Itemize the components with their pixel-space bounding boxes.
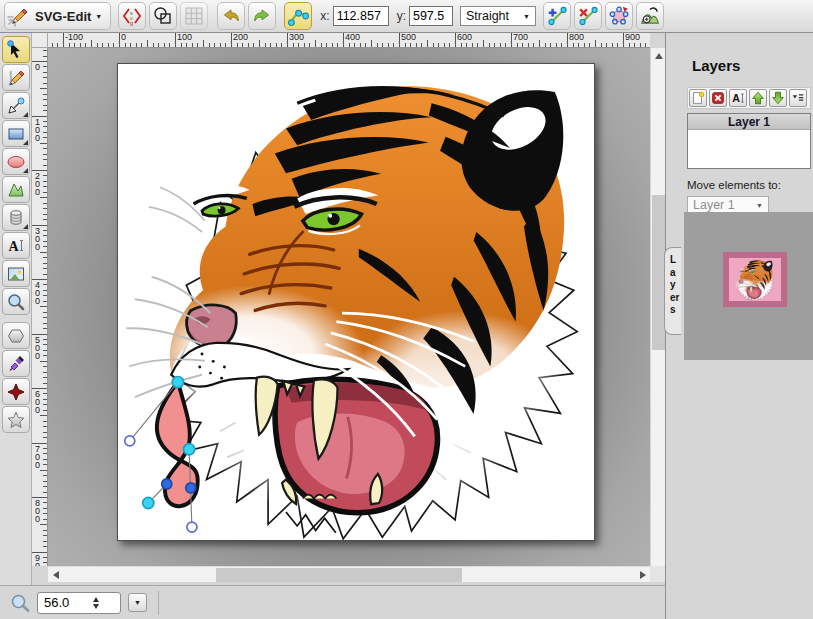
tool-pencil[interactable]	[2, 64, 30, 91]
layer-menu-button[interactable]	[789, 89, 807, 107]
zoom-preset-dropdown[interactable]: ▼	[128, 593, 147, 612]
ruler-tick	[489, 43, 490, 47]
tool-text[interactable]: A	[2, 232, 30, 259]
tool-zoom[interactable]	[2, 288, 30, 315]
vertical-scrollbar[interactable]	[650, 48, 665, 582]
ruler-tick	[43, 186, 47, 187]
undo-button[interactable]	[217, 2, 245, 30]
magnifier-icon	[6, 292, 26, 312]
main-menu-label: SVG-Edit	[35, 9, 91, 24]
ruler-tick	[253, 43, 254, 47]
vertical-ruler: 0100200300400500600700800900	[32, 48, 48, 566]
ruler-tick	[85, 43, 86, 47]
move-layer-down-button[interactable]	[769, 89, 787, 107]
scroll-up-button[interactable]	[651, 48, 666, 63]
ruler-tick	[360, 43, 361, 47]
import-clipart-button[interactable]	[636, 2, 664, 30]
ruler-tick	[298, 43, 299, 47]
ruler-tick	[43, 72, 47, 73]
flyout-indicator	[23, 112, 28, 117]
redo-button[interactable]	[248, 2, 276, 30]
y-input[interactable]	[409, 6, 453, 26]
grid-button[interactable]	[180, 2, 208, 30]
ruler-tick	[382, 43, 383, 47]
tool-shape-library[interactable]	[2, 204, 30, 231]
tool-star4[interactable]	[2, 378, 30, 405]
make-polygon-button[interactable]	[605, 2, 633, 30]
delete-node-button[interactable]	[574, 2, 602, 30]
ruler-tick	[40, 524, 47, 525]
tool-rectangle[interactable]	[2, 120, 30, 147]
tool-image[interactable]	[2, 260, 30, 287]
svg-text:g: g	[130, 20, 133, 26]
ruler-tick	[220, 43, 221, 47]
x-input[interactable]	[333, 6, 389, 26]
tool-path[interactable]	[2, 176, 30, 203]
ruler-tick	[43, 246, 47, 247]
scroll-right-button[interactable]	[635, 567, 650, 582]
chevron-down-icon: ▼	[756, 202, 763, 209]
ruler-tick	[595, 40, 596, 47]
layer-preview-area	[684, 212, 813, 360]
ruler-tick	[533, 43, 534, 47]
ruler-tick	[43, 513, 47, 514]
tool-star5[interactable]	[2, 406, 30, 433]
move-layer-up-button[interactable]	[749, 89, 767, 107]
svg-canvas[interactable]	[117, 63, 595, 541]
ruler-tick	[483, 40, 484, 47]
source-code-button[interactable]: s v g	[118, 2, 146, 30]
ruler-tick	[97, 43, 98, 47]
ruler-tick	[365, 43, 366, 47]
ruler-label: 800	[569, 33, 584, 42]
ruler-tick	[43, 126, 47, 127]
ruler-label: 600	[457, 33, 472, 42]
ruler-tick	[43, 284, 47, 285]
flyout-indicator	[23, 168, 28, 173]
layer-thumbnail[interactable]	[723, 252, 787, 307]
tool-polygon[interactable]	[2, 322, 30, 349]
ruler-tick	[43, 475, 47, 476]
ruler-tick	[43, 312, 47, 313]
zoom-input[interactable]	[38, 594, 92, 611]
delete-layer-button[interactable]	[709, 89, 727, 107]
wireframe-button[interactable]	[149, 2, 177, 30]
ruler-tick	[169, 43, 170, 47]
rename-layer-button[interactable]: A	[729, 89, 747, 107]
horizontal-ruler: -10001002003004005006007008009001000	[48, 33, 650, 48]
ruler-tick	[43, 219, 47, 220]
ruler-tick	[545, 43, 546, 47]
main-menu-button[interactable]: SVG-Edit ▼	[4, 2, 111, 30]
layers-flap-tab[interactable]: Layers	[664, 247, 681, 335]
horizontal-scroll-thumb[interactable]	[216, 568, 462, 582]
ruler-tick	[259, 40, 260, 47]
layer-row[interactable]: Layer 1	[688, 114, 810, 130]
zoom-stepper[interactable]	[93, 597, 99, 609]
segment-type-select[interactable]: Straight ▼	[460, 6, 536, 26]
tool-eyedropper[interactable]	[2, 350, 30, 377]
path-node	[186, 483, 196, 493]
tool-pen-line[interactable]	[2, 92, 30, 119]
ruler-tick	[203, 40, 204, 47]
tool-select[interactable]	[2, 36, 30, 63]
node-edit-button[interactable]	[284, 2, 312, 30]
horizontal-scrollbar[interactable]	[48, 566, 650, 582]
ruler-tick	[43, 230, 47, 231]
ruler-label: 600	[35, 390, 43, 414]
left-tool-palette: A	[0, 33, 32, 585]
ruler-tick	[43, 366, 47, 367]
ruler-tick	[43, 481, 47, 482]
redo-icon	[251, 5, 273, 27]
ruler-tick	[612, 43, 613, 47]
ruler-tick	[141, 43, 142, 47]
canvas-workspace[interactable]	[48, 48, 650, 566]
new-layer-button[interactable]	[689, 89, 707, 107]
add-node-button[interactable]	[543, 2, 571, 30]
ruler-tick	[539, 40, 540, 47]
scroll-left-button[interactable]	[48, 567, 63, 582]
ruler-tick	[153, 43, 154, 47]
ruler-tick	[43, 50, 47, 51]
ruler-tick	[102, 43, 103, 47]
tool-ellipse[interactable]	[2, 148, 30, 175]
ruler-tick	[43, 464, 47, 465]
ruler-tick	[80, 43, 81, 47]
